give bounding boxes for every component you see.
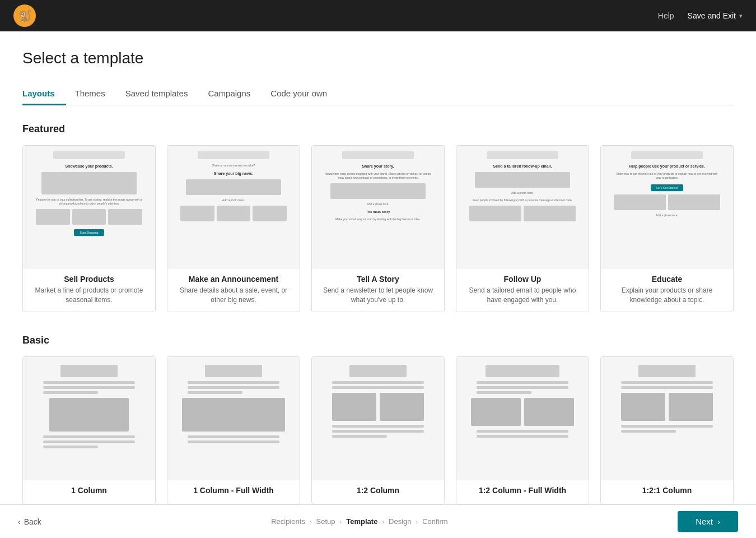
template-desc-announcement: Share details about a sale, event, or ot…	[174, 286, 293, 305]
mailchimp-logo: 🐒	[13, 4, 36, 27]
template-name-announcement: Make an Announcement	[174, 275, 293, 284]
help-link[interactable]: Help	[658, 11, 674, 20]
breadcrumb-design: Design	[389, 517, 411, 526]
chevron-right-icon: ›	[717, 517, 720, 526]
tabs-bar: Layouts Themes Saved templates Campaigns…	[22, 83, 734, 105]
template-name-1col: 1 Column	[30, 486, 148, 495]
layout-preview-1col-full	[167, 357, 300, 480]
back-button[interactable]: ‹ Back	[18, 517, 41, 526]
template-name-follow-up: Follow Up	[463, 275, 582, 284]
main-content: Select a template Layouts Themes Saved t…	[0, 31, 756, 538]
template-name-1-2-1col: 1:2:1 Column	[608, 486, 726, 495]
breadcrumb-sep-1: ›	[310, 518, 312, 525]
template-make-announcement[interactable]: Share an announcement to make? Share you…	[167, 145, 300, 312]
tab-saved-templates[interactable]: Saved templates	[125, 83, 199, 105]
template-1-2-1col[interactable]: 1:2:1 Column	[600, 356, 734, 504]
template-1col[interactable]: 1 Column	[22, 356, 156, 504]
template-name-educate: Educate	[608, 275, 726, 284]
template-preview-announcement: Share an announcement to make? Share you…	[167, 146, 300, 269]
next-button[interactable]: Next ›	[678, 511, 738, 532]
template-preview-follow-up: Send a tailored follow-up email. Add a p…	[456, 146, 589, 269]
template-preview-story: Share your story. Newsletters keep peopl…	[312, 146, 444, 269]
template-name-story: Tell A Story	[319, 275, 437, 284]
layout-preview-1-2-1col	[601, 357, 733, 480]
save-exit-button[interactable]: Save and Exit ▾	[688, 11, 743, 20]
featured-grid: Showcase your products. Feature the star…	[22, 145, 734, 312]
template-follow-up[interactable]: Send a tailored follow-up email. Add a p…	[456, 145, 589, 312]
breadcrumb-sep-3: ›	[382, 518, 384, 525]
breadcrumb-confirm: Confirm	[422, 517, 448, 526]
page-title: Select a template	[22, 49, 734, 67]
template-1-2col[interactable]: 1:2 Column	[311, 356, 445, 504]
template-name-1-2col: 1:2 Column	[319, 486, 437, 495]
template-preview-educate: Help people use your product or service.…	[601, 146, 733, 269]
breadcrumb-sep-2: ›	[340, 518, 342, 525]
chevron-left-icon: ‹	[18, 517, 21, 526]
breadcrumb-sep-4: ›	[416, 518, 418, 525]
template-tell-story[interactable]: Share your story. Newsletters keep peopl…	[311, 145, 445, 312]
template-desc-sell-products: Market a line of products or promote sea…	[30, 286, 148, 305]
template-name-1-2col-full: 1:2 Column - Full Width	[463, 486, 582, 495]
template-preview-sell-products: Showcase your products. Feature the star…	[23, 146, 155, 269]
breadcrumb-template: Template	[346, 517, 377, 526]
breadcrumb-recipients: Recipients	[271, 517, 305, 526]
layout-preview-1col	[23, 357, 155, 480]
breadcrumb: Recipients › Setup › Template › Design ›…	[271, 517, 447, 526]
tab-layouts[interactable]: Layouts	[22, 83, 66, 105]
tab-code-your-own[interactable]: Code your own	[270, 83, 338, 105]
featured-section-title: Featured	[22, 123, 734, 135]
basic-section-title: Basic	[22, 335, 734, 346]
template-name-sell-products: Sell Products	[30, 275, 148, 284]
breadcrumb-setup: Setup	[316, 517, 335, 526]
template-1-2col-full[interactable]: 1:2 Column - Full Width	[456, 356, 589, 504]
template-1col-full[interactable]: 1 Column - Full Width	[167, 356, 300, 504]
template-desc-educate: Explain your products or share knowledge…	[608, 286, 726, 305]
chevron-down-icon: ▾	[739, 12, 743, 20]
layout-preview-1-2col	[312, 357, 444, 480]
topnav: 🐒 Help Save and Exit ▾	[0, 0, 756, 31]
template-educate[interactable]: Help people use your product or service.…	[600, 145, 734, 312]
layout-preview-1-2col-full	[456, 357, 589, 480]
basic-grid: 1 Column 1 Column - Full Width	[22, 356, 734, 504]
tab-campaigns[interactable]: Campaigns	[208, 83, 262, 105]
bottom-bar: ‹ Back Recipients › Setup › Template › D…	[0, 504, 756, 538]
template-desc-follow-up: Send a tailored email to people who have…	[463, 286, 582, 305]
tab-themes[interactable]: Themes	[75, 83, 116, 105]
template-name-1col-full: 1 Column - Full Width	[174, 486, 293, 495]
template-desc-story: Send a newsletter to let people know wha…	[319, 286, 437, 305]
template-sell-products[interactable]: Showcase your products. Feature the star…	[22, 145, 156, 312]
